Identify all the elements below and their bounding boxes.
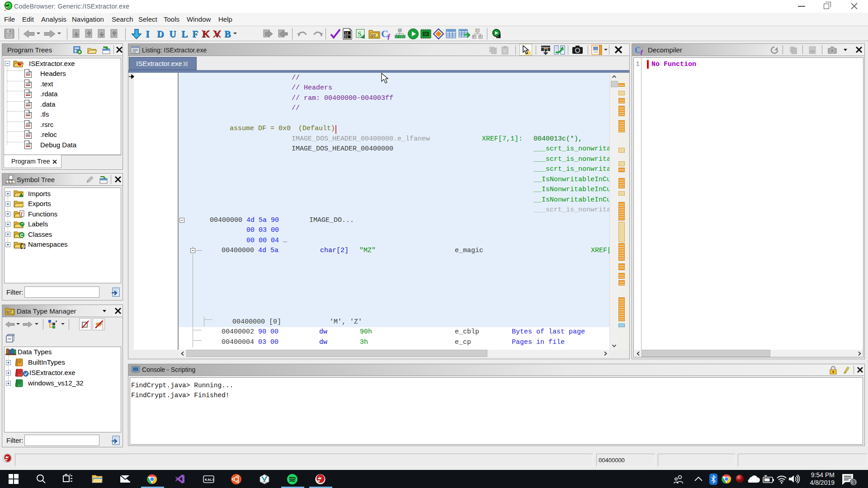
svg-text:3: 3 [852,479,855,486]
svg-text:ƒ: ƒ [387,33,391,40]
svg-text:10: 10 [344,32,348,35]
svg-text:DT: DT [371,33,376,38]
svg-text:S: S [358,30,361,38]
svg-text:DT: DT [7,310,12,314]
svg-text:C: C [20,233,24,238]
svg-text:01: 01 [344,35,348,39]
svg-text:VBox: VBox [262,481,267,483]
svg-text:ƒ: ƒ [640,49,643,55]
svg-text:{}: {} [19,243,25,249]
svg-text:KALI: KALI [205,478,214,482]
